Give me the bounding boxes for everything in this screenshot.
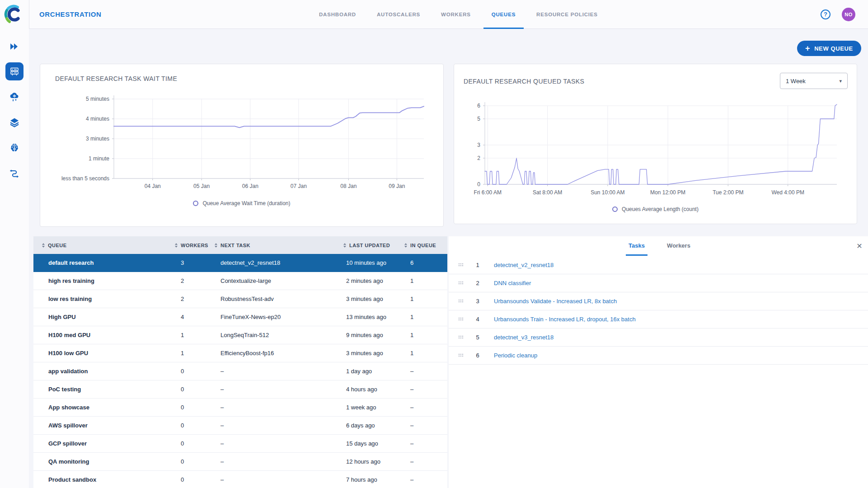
tab-autoscalers[interactable]: AUTOSCALERS [369, 0, 428, 29]
drag-handle-icon[interactable] [459, 336, 464, 339]
task-row[interactable]: 4Urbansounds Train - Increased LR, dropo… [449, 310, 868, 328]
legend-label: Queue Average Wait Time (duration) [202, 200, 290, 206]
cell-queue: PoC testing [48, 380, 81, 399]
task-row[interactable]: 5detectnet_v3_resnet18 [449, 328, 868, 347]
sort-icon[interactable] [215, 243, 217, 248]
column-header-last-updated[interactable]: LAST UPDATED [343, 236, 390, 254]
column-header-in-queue[interactable]: IN QUEUE [404, 236, 436, 254]
clearml-logo-icon[interactable] [4, 5, 24, 24]
avatar[interactable]: NO [842, 8, 855, 21]
column-header-queue[interactable]: QUEUE [42, 236, 67, 254]
sidebar-item-orchestration[interactable] [5, 62, 23, 80]
tab-workers[interactable]: WORKERS [433, 0, 479, 29]
panel-tab-tasks[interactable]: Tasks [626, 236, 647, 255]
task-link[interactable]: detectnet_v3_resnet18 [494, 328, 554, 347]
cell-workers: 0 [181, 453, 184, 471]
help-icon[interactable]: ? [821, 9, 830, 19]
task-link[interactable]: detectnet_v2_resnet18 [494, 256, 554, 274]
table-row-aws-spillover[interactable]: AWS spillover0–6 days ago– [33, 417, 447, 435]
task-position: 2 [474, 274, 481, 292]
sort-icon[interactable] [343, 243, 346, 248]
table-row-product-sandbox[interactable]: Product sandbox0–7 hours ago– [33, 471, 447, 488]
cell-queue: QA monitoring [48, 453, 89, 471]
active-tab-underline [626, 254, 647, 256]
sort-icon[interactable] [175, 243, 178, 248]
cell-workers: 1 [181, 344, 184, 362]
table-row-low-res-training[interactable]: low res training2RobustnessTest-adv3 min… [33, 290, 447, 308]
cell-in-queue: 1 [410, 290, 413, 308]
task-position: 3 [474, 292, 481, 310]
table-row-poc-testing[interactable]: PoC testing0–4 hours ago– [33, 380, 447, 399]
cell-workers: 0 [181, 399, 184, 417]
queued-tasks-chart: Fri 6:00 AMSat 8:00 AMSun 10:00 AMMon 12… [454, 64, 857, 202]
svg-text:2: 2 [477, 155, 480, 161]
table-row-h100-med-gpu[interactable]: H100 med GPU1LongSeqTrain-5129 minutes a… [33, 326, 447, 344]
panel-tab-workers[interactable]: Workers [663, 236, 694, 255]
task-link[interactable]: DNN classifier [494, 274, 531, 292]
task-link[interactable]: Urbansounds Train - Increased LR, dropou… [494, 310, 636, 328]
plus-icon: + [805, 44, 810, 52]
drag-handle-icon[interactable] [459, 354, 464, 357]
cell-last-updated: 4 hours ago [346, 380, 377, 399]
cell-in-queue: 1 [410, 326, 413, 344]
table-row-qa-monitoring[interactable]: QA monitoring0–12 hours ago– [33, 453, 447, 471]
table-row-gcp-spillover[interactable]: GCP spillover0–15 days ago– [33, 435, 447, 453]
cell-queue: default research [48, 254, 94, 272]
cell-queue: high res training [48, 272, 94, 290]
tab-queues[interactable]: QUEUES [483, 0, 524, 29]
cell-workers: 2 [181, 290, 184, 308]
cell-workers: 0 [181, 435, 184, 453]
cell-workers: 4 [181, 308, 184, 326]
nav-tabs: DASHBOARDAUTOSCALERSWORKERSQUEUESRESOURC… [311, 0, 606, 29]
legend-marker-icon [193, 201, 198, 206]
table-row-high-res-training[interactable]: high res training2Contextualize-large2 m… [33, 272, 447, 290]
svg-text:Sat 8:00 AM: Sat 8:00 AM [533, 189, 562, 196]
table-row-h100-low-gpu[interactable]: H100 low GPU1EfficiencyBoost-fp163 minut… [33, 344, 447, 362]
column-header-next-task[interactable]: NEXT TASK [215, 236, 250, 254]
task-link[interactable]: Urbansounds Validate - Increased LR, 8x … [494, 292, 617, 310]
table-row-default-research[interactable]: default research3detectnet_v2_resnet1810… [33, 254, 447, 272]
task-row[interactable]: 6Periodic cleanup [449, 347, 868, 365]
task-row[interactable]: 3Urbansounds Validate - Increased LR, 8x… [449, 292, 868, 310]
svg-text:Mon 12:00 PM: Mon 12:00 PM [650, 189, 685, 196]
svg-text:0: 0 [477, 181, 480, 188]
wait-time-chart: 04 Jan05 Jan06 Jan07 Jan08 Jan09 Janless… [40, 64, 443, 200]
page-title: ORCHESTRATION [39, 0, 102, 29]
column-header-workers[interactable]: WORKERS [175, 236, 208, 254]
sidebar-item-pipelines pipeline-icon[interactable] [9, 168, 20, 179]
tab-resource-policies[interactable]: RESOURCE POLICIES [528, 0, 606, 29]
sidebar-item-datasets layers-icon[interactable] [9, 117, 20, 128]
task-row[interactable]: 1detectnet_v2_resnet18 [449, 256, 868, 274]
table-row-app-validation[interactable]: app validation0–1 day ago– [33, 362, 447, 380]
cell-next-task: detectnet_v2_resnet18 [221, 254, 280, 272]
task-row[interactable]: 2DNN classifier [449, 274, 868, 292]
tab-dashboard[interactable]: DASHBOARD [311, 0, 364, 29]
new-queue-button[interactable]: + NEW QUEUE [797, 41, 861, 56]
cell-queue: GCP spillover [48, 435, 87, 453]
cell-next-task: FineTuneX-News-ep20 [221, 308, 281, 326]
cell-workers: 2 [181, 272, 184, 290]
drag-handle-icon[interactable] [459, 300, 464, 303]
sort-icon[interactable] [42, 243, 45, 248]
svg-text:06 Jan: 06 Jan [242, 183, 258, 189]
cell-queue: app validation [48, 362, 88, 380]
drag-handle-icon[interactable] [459, 318, 464, 321]
svg-text:1 minute: 1 minute [89, 155, 109, 162]
sidebar-item-models brain-icon[interactable] [9, 142, 20, 153]
queued-tasks-legend[interactable]: Queues Average Length (count) [454, 206, 857, 212]
table-row-app-showcase[interactable]: App showcase0–1 week ago– [33, 399, 447, 417]
drag-handle-icon[interactable] [459, 263, 464, 267]
table-row-high-gpu[interactable]: High GPU4FineTuneX-News-ep2013 minutes a… [33, 308, 447, 326]
close-icon[interactable]: ✕ [854, 241, 865, 252]
drag-handle-icon[interactable] [459, 282, 464, 285]
sort-icon[interactable] [404, 243, 407, 248]
cell-in-queue: – [410, 380, 413, 399]
wait-time-legend[interactable]: Queue Average Wait Time (duration) [40, 200, 443, 206]
column-label: WORKERS [181, 243, 208, 248]
task-link[interactable]: Periodic cleanup [494, 347, 537, 365]
svg-text:Sun 10:00 AM: Sun 10:00 AM [591, 189, 624, 196]
expand-sidebar-icon[interactable] [9, 41, 20, 52]
sidebar-item-autoscalers cloud-gear-icon[interactable] [9, 91, 20, 102]
svg-text:5 minutes: 5 minutes [86, 96, 109, 102]
svg-text:5: 5 [477, 116, 480, 122]
